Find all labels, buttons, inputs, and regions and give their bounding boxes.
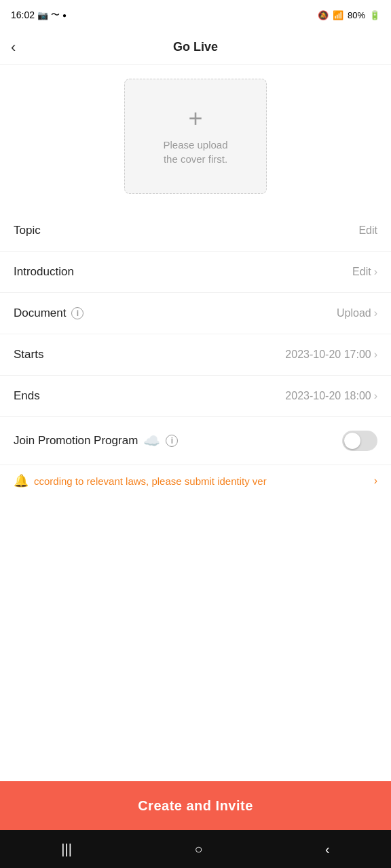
mute-icon: 🔕: [318, 10, 329, 20]
document-row[interactable]: Document i Upload ›: [0, 293, 391, 334]
cover-upload-text: Please uploadthe cover first.: [163, 138, 227, 166]
document-label: Document i: [14, 307, 83, 320]
starts-value: 2023-10-20 17:00 ›: [285, 349, 377, 361]
sys-back-button[interactable]: ‹: [312, 836, 343, 863]
battery-icon: 🔋: [369, 10, 380, 20]
promotion-info-icon[interactable]: i: [166, 435, 178, 447]
promotion-label: Join Promotion Program ☁️ i: [14, 433, 178, 449]
promotion-toggle[interactable]: [342, 431, 377, 451]
create-and-invite-button[interactable]: Create and Invite: [0, 781, 391, 830]
wifi-icon: 📶: [333, 10, 343, 20]
signal-icon: 〜: [51, 9, 60, 21]
dot-icon: ●: [62, 12, 67, 19]
document-action: Upload ›: [337, 307, 377, 319]
ends-label: Ends: [14, 389, 40, 403]
notice-text: ccording to relevant laws, please submit…: [34, 475, 369, 487]
topic-row[interactable]: Topic Edit: [0, 210, 391, 252]
system-nav-bar: ||| ○ ‹: [0, 830, 391, 868]
create-btn-wrap: Create and Invite: [0, 781, 391, 830]
starts-row[interactable]: Starts 2023-10-20 17:00 ›: [0, 334, 391, 376]
back-button[interactable]: ‹: [11, 39, 16, 56]
promotion-text: Join Promotion Program: [14, 434, 138, 448]
sys-menu-button[interactable]: |||: [48, 836, 86, 863]
introduction-label: Introduction: [14, 265, 74, 279]
notice-chevron: ›: [374, 475, 377, 487]
notice-bar[interactable]: 🔔 ccording to relevant laws, please subm…: [0, 465, 391, 496]
cover-upload-box[interactable]: + Please uploadthe cover first.: [124, 79, 267, 194]
cloud-icon: ☁️: [143, 433, 160, 449]
cover-section: + Please uploadthe cover first.: [0, 65, 391, 210]
document-upload-label: Upload: [337, 307, 371, 319]
main-content: + Please uploadthe cover first. Topic Ed…: [0, 65, 391, 781]
status-bar: 16:02 📷 〜 ● 🔕 📶 80% 🔋: [0, 0, 391, 30]
sys-home-button[interactable]: ○: [181, 836, 216, 863]
time-label: 16:02: [11, 9, 35, 20]
camera-icon: 📷: [37, 10, 48, 20]
notice-icon: 🔔: [14, 473, 29, 488]
sys-back-icon: ‹: [325, 842, 330, 856]
starts-datetime: 2023-10-20 17:00: [285, 349, 371, 361]
document-chevron: ›: [374, 307, 377, 319]
introduction-chevron: ›: [374, 266, 377, 278]
ends-value: 2023-10-20 18:00 ›: [285, 390, 377, 402]
starts-chevron: ›: [374, 349, 377, 361]
introduction-edit-label: Edit: [352, 266, 371, 278]
promotion-row: Join Promotion Program ☁️ i: [0, 417, 391, 465]
ends-datetime: 2023-10-20 18:00: [285, 390, 371, 402]
toggle-thumb: [344, 433, 360, 449]
plus-icon: +: [188, 106, 202, 131]
introduction-action: Edit ›: [352, 266, 377, 278]
sys-home-icon: ○: [194, 842, 202, 856]
starts-label: Starts: [14, 348, 43, 361]
topic-label: Topic: [14, 224, 41, 237]
sys-menu-icon: |||: [61, 842, 72, 856]
toggle-track: [342, 431, 377, 451]
topic-action: Edit: [358, 224, 377, 237]
document-info-icon[interactable]: i: [71, 307, 83, 319]
status-time: 16:02 📷 〜 ●: [11, 9, 67, 21]
topic-edit-label: Edit: [358, 224, 377, 237]
introduction-row[interactable]: Introduction Edit ›: [0, 252, 391, 293]
ends-chevron: ›: [374, 390, 377, 402]
top-nav: ‹ Go Live: [0, 30, 391, 65]
battery-label: 80%: [348, 10, 365, 20]
back-icon: ‹: [11, 39, 16, 56]
page-title: Go Live: [173, 40, 218, 54]
ends-row[interactable]: Ends 2023-10-20 18:00 ›: [0, 376, 391, 417]
status-indicators: 🔕 📶 80% 🔋: [318, 10, 380, 20]
